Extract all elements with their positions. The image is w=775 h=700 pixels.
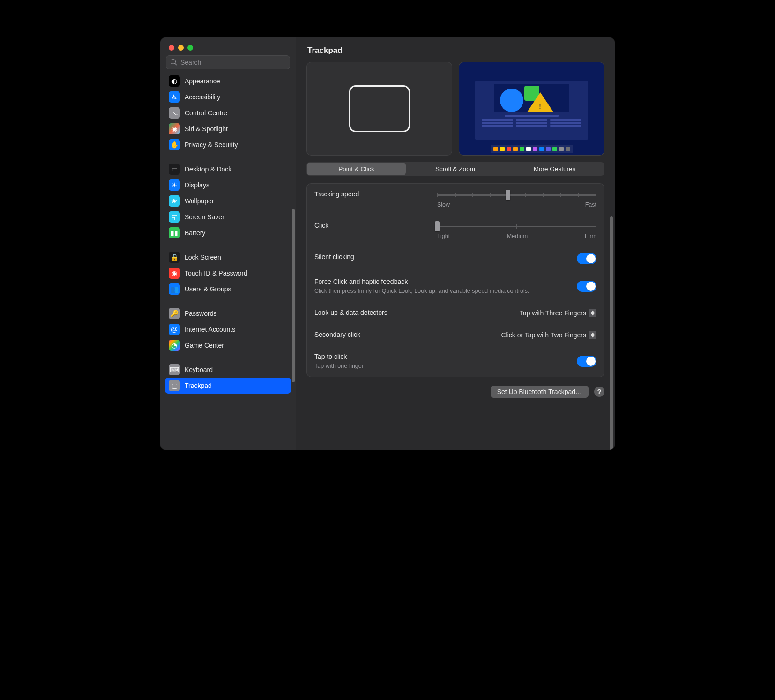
sidebar-item-internet-accounts[interactable]: @Internet Accounts <box>165 321 291 337</box>
search-field[interactable] <box>166 55 290 69</box>
sidebar-item-displays[interactable]: ☀Displays <box>165 177 291 193</box>
sidebar-item-lock-screen[interactable]: 🔒Lock Screen <box>165 249 291 265</box>
sidebar-item-label: Passwords <box>185 310 216 317</box>
look-up-value: Tap with Three Fingers <box>520 309 586 317</box>
sidebar-item-label: Desktop & Dock <box>185 165 231 173</box>
slider-thumb[interactable] <box>435 221 440 231</box>
force-click-label: Force Click and haptic feedback <box>314 278 567 285</box>
secondary-click-select[interactable]: Click or Tap with Two Fingers <box>501 331 596 339</box>
tap-to-click-desc: Tap with one finger <box>314 362 567 370</box>
sidebar-item-label: Battery <box>185 229 205 237</box>
touch-id-icon: ◉ <box>169 268 180 279</box>
sidebar-item-appearance[interactable]: ◐Appearance <box>165 73 291 89</box>
search-input[interactable] <box>180 59 286 66</box>
look-up-select[interactable]: Tap with Three Fingers <box>520 309 596 317</box>
sidebar-item-game-center[interactable]: ◔Game Center <box>165 337 291 353</box>
preview-row: ! <box>306 62 604 156</box>
secondary-click-value: Click or Tap with Two Fingers <box>501 331 586 339</box>
chevrons-icon <box>589 331 596 339</box>
privacy-icon: ✋ <box>169 139 180 150</box>
settings-list: Tracking speed Slow Fast <box>306 183 604 377</box>
row-secondary-click: Secondary click Click or Tap with Two Fi… <box>307 324 604 346</box>
internet-accounts-icon: @ <box>169 324 180 335</box>
content-scrollbar[interactable] <box>610 216 613 450</box>
trackpad-gesture-preview <box>306 62 452 156</box>
silent-clicking-toggle[interactable] <box>577 253 596 264</box>
sidebar-item-users-groups[interactable]: 👥Users & Groups <box>165 281 291 297</box>
sidebar-item-label: Internet Accounts <box>185 326 235 333</box>
sidebar-item-accessibility[interactable]: ♿︎Accessibility <box>165 89 291 105</box>
sidebar-item-label: Keyboard <box>185 366 213 373</box>
sidebar-item-passwords[interactable]: 🔑Passwords <box>165 305 291 321</box>
help-button[interactable]: ? <box>594 387 604 397</box>
click-label: Click <box>314 222 328 239</box>
battery-icon: ▮▮ <box>169 227 180 238</box>
sidebar-item-label: Wallpaper <box>185 197 214 205</box>
sidebar-item-label: Control Centre <box>185 109 227 117</box>
wallpaper-icon: ❀ <box>169 195 180 207</box>
displays-icon: ☀ <box>169 179 180 191</box>
sidebar-item-label: Users & Groups <box>185 285 231 293</box>
sidebar-scrollbar[interactable] <box>292 209 295 382</box>
slider-firm-label: Firm <box>585 233 596 239</box>
tab-scroll-and-zoom[interactable]: Scroll & Zoom <box>406 163 505 175</box>
slider-max-label: Fast <box>585 201 596 208</box>
sidebar: ◐Appearance♿︎Accessibility⌥Control Centr… <box>160 37 296 450</box>
sidebar-item-label: Appearance <box>185 77 220 85</box>
chevrons-icon <box>589 309 596 317</box>
users-groups-icon: 👥 <box>169 283 180 295</box>
secondary-click-label: Secondary click <box>314 331 492 338</box>
sidebar-item-touch-id[interactable]: ◉Touch ID & Password <box>165 265 291 281</box>
desktop-dock-icon: ▭ <box>169 164 180 175</box>
tab-point-and-click[interactable]: Point & Click <box>307 163 406 175</box>
row-silent-clicking: Silent clicking <box>307 246 604 271</box>
force-click-toggle[interactable] <box>577 281 596 292</box>
sidebar-item-keyboard[interactable]: ⌨Keyboard <box>165 362 291 378</box>
tab-more-gestures[interactable]: More Gestures <box>505 163 604 175</box>
minimize-button[interactable] <box>178 45 184 51</box>
slider-min-label: Slow <box>437 201 450 208</box>
silent-clicking-label: Silent clicking <box>314 253 567 261</box>
trackpad-icon <box>349 85 410 132</box>
zoom-button[interactable] <box>187 45 193 51</box>
sidebar-item-label: Screen Saver <box>185 213 224 221</box>
page-title: Trackpad <box>296 37 615 62</box>
row-click: Click Light Medium Firm <box>307 215 604 246</box>
appearance-icon: ◐ <box>169 75 180 87</box>
control-centre-icon: ⌥ <box>169 107 180 119</box>
row-tracking-speed: Tracking speed Slow Fast <box>307 184 604 215</box>
sidebar-item-label: Siri & Spotlight <box>185 125 228 133</box>
sidebar-item-control-centre[interactable]: ⌥Control Centre <box>165 105 291 121</box>
sidebar-item-label: Lock Screen <box>185 253 221 261</box>
sidebar-item-desktop-dock[interactable]: ▭Desktop & Dock <box>165 161 291 177</box>
sidebar-item-screen-saver[interactable]: ◱Screen Saver <box>165 209 291 225</box>
sidebar-item-label: Displays <box>185 181 209 189</box>
sidebar-item-wallpaper[interactable]: ❀Wallpaper <box>165 193 291 209</box>
tap-to-click-toggle[interactable] <box>577 356 596 367</box>
keyboard-icon: ⌨ <box>169 364 180 375</box>
content-pane: Trackpad ! <box>296 37 615 450</box>
siri-spotlight-icon: ◉ <box>169 123 180 134</box>
setup-bluetooth-button[interactable]: Set Up Bluetooth Trackpad… <box>491 386 589 398</box>
lock-screen-icon: 🔒 <box>169 252 180 263</box>
sidebar-item-siri-spotlight[interactable]: ◉Siri & Spotlight <box>165 121 291 137</box>
demo-screen-preview: ! <box>459 62 604 156</box>
sidebar-item-label: Touch ID & Password <box>185 269 247 277</box>
footer: Set Up Bluetooth Trackpad… ? <box>306 377 604 398</box>
search-icon <box>170 59 178 66</box>
force-click-desc: Click then press firmly for Quick Look, … <box>314 287 567 295</box>
sidebar-item-privacy[interactable]: ✋Privacy & Security <box>165 137 291 153</box>
close-button[interactable] <box>169 45 174 51</box>
sidebar-item-label: Privacy & Security <box>185 141 238 149</box>
row-force-click: Force Click and haptic feedback Click th… <box>307 271 604 302</box>
sidebar-scroll: ◐Appearance♿︎Accessibility⌥Control Centr… <box>160 73 296 450</box>
tracking-speed-slider[interactable]: Slow Fast <box>437 190 596 208</box>
slider-thumb[interactable] <box>506 190 510 200</box>
sidebar-item-battery[interactable]: ▮▮Battery <box>165 225 291 241</box>
sidebar-item-trackpad[interactable]: ▢Trackpad <box>165 378 291 394</box>
look-up-label: Look up & data detectors <box>314 309 510 316</box>
slider-light-label: Light <box>437 233 450 239</box>
sidebar-item-label: Accessibility <box>185 93 220 101</box>
sidebar-item-label: Game Center <box>185 342 224 349</box>
click-slider[interactable]: Light Medium Firm <box>437 222 596 239</box>
